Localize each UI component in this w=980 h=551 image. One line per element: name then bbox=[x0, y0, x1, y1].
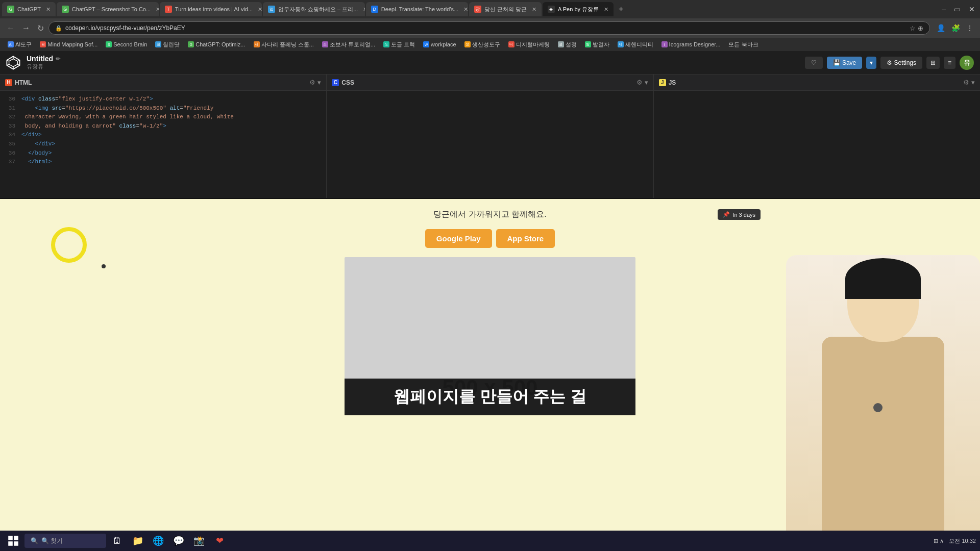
bookmark-icograms[interactable]: I Icograms Designer... bbox=[658, 40, 724, 48]
code-line-35: 35 </div> bbox=[0, 140, 326, 149]
css-settings-gear-icon[interactable]: ⚙ bbox=[636, 79, 643, 86]
html-editor-panel: H HTML ⚙ ▾ 30 <div class="flex justify-c… bbox=[0, 74, 327, 198]
pen-title-edit-icon[interactable]: ✏ bbox=[56, 56, 60, 62]
bookmark-productivity[interactable]: 생 생산성도구 bbox=[461, 40, 504, 49]
taskbar-camera-icon[interactable]: 📸 bbox=[190, 532, 208, 550]
app-root: G ChatGPT ✕ G ChatGPT – Screenshot To Co… bbox=[0, 0, 980, 551]
bookmark-chillin[interactable]: 칠 칠린닷 bbox=[152, 40, 183, 49]
address-actions: ☆ ⊕ bbox=[910, 24, 923, 32]
new-tab-button[interactable]: + bbox=[615, 5, 627, 14]
restore-button[interactable]: ▭ bbox=[951, 5, 964, 13]
list-view-button[interactable]: ≡ bbox=[944, 57, 955, 69]
js-settings-chevron-icon[interactable]: ▾ bbox=[971, 79, 975, 86]
bookmark-balgeol[interactable]: 발 발걸자 bbox=[581, 40, 613, 49]
html-tab-text: HTML bbox=[15, 79, 32, 86]
bookmark-ai[interactable]: AI AI도구 bbox=[4, 40, 35, 49]
google-play-button[interactable]: Google Play bbox=[425, 229, 492, 248]
js-settings-gear-icon[interactable]: ⚙ bbox=[963, 79, 969, 86]
taskbar-start-button[interactable] bbox=[4, 532, 22, 550]
taskbar-calendar-icon[interactable]: 🗓 bbox=[108, 532, 127, 550]
tab-close-5[interactable]: ✕ bbox=[463, 6, 468, 13]
browser-tab-6[interactable]: 당 당신 근처의 당근 ✕ bbox=[469, 2, 542, 16]
save-button[interactable]: 💾 Save bbox=[827, 57, 863, 69]
js-editor-code[interactable] bbox=[654, 91, 980, 198]
in3days-label: In 3 days bbox=[732, 212, 755, 218]
bookmark-label-balgeol: 발걸자 bbox=[593, 41, 609, 48]
editor-area: H HTML ⚙ ▾ 30 <div class="flex justify-c… bbox=[0, 74, 980, 199]
line-number: 31 bbox=[4, 104, 15, 113]
browser-tab-2[interactable]: G ChatGPT – Screenshot To Co... ✕ bbox=[57, 2, 159, 16]
tab-favicon-3: T bbox=[165, 6, 172, 13]
js-tab-bar: J JS ⚙ ▾ bbox=[654, 74, 980, 91]
browser-tab-7[interactable]: ◈ A Pen by 유장류 ✕ bbox=[543, 2, 614, 16]
browser-tab-4[interactable]: 업 업무자동화 쇼핑하세요 – 프리... ✕ bbox=[263, 2, 365, 16]
code-line-32: 32 character waving, with a green hair s… bbox=[0, 113, 326, 122]
bookmarks-bar: AI AI도구 M Mind Mapping Sof... S Second B… bbox=[0, 38, 980, 51]
browser-tab-5[interactable]: D DeepL Translate: The world's... ✕ bbox=[366, 2, 468, 16]
bookmark-mindmap[interactable]: M Mind Mapping Sof... bbox=[36, 40, 101, 48]
bookmark-digital[interactable]: 디 디지털마케팅 bbox=[505, 40, 553, 49]
html-editor-code[interactable]: 30 <div class="flex justify-center w-1/2… bbox=[0, 91, 326, 198]
bookmark-favicon-tutorial: 조 bbox=[322, 41, 328, 47]
bookmark-workplace[interactable]: W workplace bbox=[420, 40, 460, 48]
extension-icon[interactable]: ⊕ bbox=[918, 24, 923, 32]
bookmark-sehen[interactable]: 세 세헨디티티 bbox=[614, 40, 657, 49]
bookmark-chatgpt-opt[interactable]: G ChatGPT: Optimiz... bbox=[184, 40, 249, 48]
html-settings-chevron-icon[interactable]: ▾ bbox=[317, 79, 321, 86]
codepen-header-actions: ♡ 💾 Save ▾ ⚙ Settings ⊞ ≡ 유 bbox=[805, 56, 974, 70]
user-avatar[interactable]: 유 bbox=[960, 56, 974, 70]
profile-icon[interactable]: 👤 bbox=[934, 23, 948, 33]
address-bar[interactable]: 🔒 codepen.io/vpscpysf-the-vuer/pen/zYbPa… bbox=[48, 21, 930, 35]
bookmark-star-icon[interactable]: ☆ bbox=[910, 24, 916, 32]
browser-menu-icon[interactable]: ⋮ bbox=[964, 23, 976, 33]
tab-label-5: DeepL Translate: The world's... bbox=[381, 6, 458, 12]
css-editor-code[interactable] bbox=[327, 91, 653, 198]
heart-button[interactable]: ♡ bbox=[805, 57, 823, 69]
bookmark-settings[interactable]: 설 설정 bbox=[554, 40, 580, 49]
css-settings-chevron-icon[interactable]: ▾ bbox=[645, 79, 648, 86]
taskbar-folder-icon[interactable]: 📁 bbox=[129, 532, 147, 550]
tab-close-2[interactable]: ✕ bbox=[156, 6, 159, 13]
tab-close-3[interactable]: ✕ bbox=[258, 6, 262, 13]
reload-button[interactable]: ↻ bbox=[35, 22, 46, 34]
tab-close-4[interactable]: ✕ bbox=[363, 6, 365, 13]
extension-puzzle-icon[interactable]: 🧩 bbox=[949, 23, 963, 33]
bookmark-dogle[interactable]: 도 도글 트럭 bbox=[380, 40, 419, 49]
bookmark-tutorial[interactable]: 조 조보자 튜토리얼... bbox=[318, 40, 379, 49]
browser-tab-1[interactable]: G ChatGPT ✕ bbox=[2, 2, 56, 16]
minimize-button[interactable]: – bbox=[939, 5, 949, 13]
nav-extras: 👤 🧩 ⋮ bbox=[934, 23, 976, 33]
tab-label-2: ChatGPT – Screenshot To Co... bbox=[72, 6, 151, 12]
css-icon: C bbox=[332, 79, 339, 86]
forward-button[interactable]: → bbox=[19, 22, 33, 34]
css-tab-label: C CSS bbox=[332, 79, 354, 86]
app-store-button[interactable]: App Store bbox=[496, 229, 555, 248]
tab-close-1[interactable]: ✕ bbox=[46, 6, 51, 13]
bookmark-sadari[interactable]: 사 사다리 플레닝 스쿨... bbox=[250, 40, 317, 49]
code-content: body, and holding a carrot" class="w-1/2… bbox=[21, 122, 166, 131]
browser-chrome: G ChatGPT ✕ G ChatGPT – Screenshot To Co… bbox=[0, 0, 980, 51]
js-tab-label: J JS bbox=[659, 79, 676, 86]
address-text: codepen.io/vpscpysf-the-vuer/pen/zYbPaEY bbox=[65, 24, 906, 32]
tab-close-6[interactable]: ✕ bbox=[532, 6, 536, 13]
grid-view-button[interactable]: ⊞ bbox=[926, 57, 940, 69]
back-button[interactable]: ← bbox=[4, 22, 17, 34]
bookmark-all[interactable]: 모든 북마크 bbox=[725, 40, 762, 49]
taskbar-search-bar[interactable]: 🔍 🔍 찾기 bbox=[24, 534, 106, 548]
chat-icon: 💬 bbox=[173, 535, 184, 546]
close-window-button[interactable]: ✕ bbox=[966, 5, 978, 13]
html-settings-gear-icon[interactable]: ⚙ bbox=[309, 79, 315, 86]
browser-tab-3[interactable]: T Turn ideas into videos | AI vid... ✕ bbox=[160, 2, 262, 16]
bookmark-favicon-mindmap: M bbox=[40, 41, 46, 47]
time-display: 오전 10:32 bbox=[949, 537, 976, 545]
taskbar-chat-icon[interactable]: 💬 bbox=[169, 532, 188, 550]
save-dropdown-button[interactable]: ▾ bbox=[866, 57, 876, 69]
settings-button[interactable]: ⚙ Settings bbox=[880, 57, 922, 69]
taskbar-browser-icon[interactable]: 🌐 bbox=[149, 532, 167, 550]
in3days-badge: 📌 In 3 days bbox=[718, 209, 761, 220]
bookmark-label-all: 모든 북마크 bbox=[728, 41, 758, 48]
tab-close-7[interactable]: ✕ bbox=[604, 6, 608, 13]
svg-rect-11 bbox=[14, 541, 18, 546]
bookmark-secondbrain[interactable]: S Second Brain bbox=[102, 40, 151, 48]
taskbar-app-icon[interactable]: ❤ bbox=[210, 532, 229, 550]
